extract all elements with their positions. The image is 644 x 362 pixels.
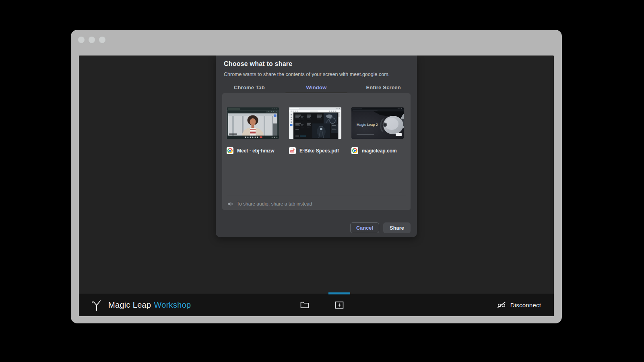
- disconnect-button[interactable]: Disconnect: [494, 294, 543, 316]
- cancel-button[interactable]: Cancel: [350, 222, 379, 233]
- folder-button[interactable]: [297, 294, 313, 316]
- window-content: Choose what to share Chrome wants to sha…: [79, 56, 554, 316]
- window-control-dot[interactable]: [89, 37, 95, 43]
- disconnect-goggles-icon: [497, 300, 506, 310]
- window-option-magicleap[interactable]: Magic Leap 2 magicleap.com: [351, 107, 404, 154]
- pdf-favicon: PDF: [289, 147, 296, 154]
- window-option-caption: Meet - ebj-hmzw: [227, 147, 279, 154]
- window-option-caption: PDF E-Bike Specs.pdf: [289, 147, 341, 154]
- brand-title: Magic LeapWorkshop: [108, 300, 191, 310]
- window-picker-panel: Meet - ebj-hmzw: [222, 93, 411, 210]
- brand-secondary: Workshop: [154, 300, 191, 309]
- tab-chrome-tab[interactable]: Chrome Tab: [216, 81, 283, 93]
- audio-note-text: To share audio, share a tab instead: [237, 201, 312, 207]
- brand-lockup: Magic LeapWorkshop: [91, 294, 191, 316]
- add-window-button[interactable]: [331, 294, 347, 316]
- magicleap-window-thumbnail[interactable]: Magic Leap 2: [351, 107, 404, 139]
- pdf-window-thumbnail[interactable]: [289, 107, 341, 139]
- app-window: Choose what to share Chrome wants to sha…: [71, 30, 562, 323]
- window-option-meet[interactable]: Meet - ebj-hmzw: [227, 107, 279, 154]
- pdf-thumbnail-art: [289, 107, 341, 139]
- meet-thumbnail-art: [227, 107, 279, 139]
- chrome-favicon: [227, 147, 233, 154]
- desktop-background: Choose what to share Chrome wants to sha…: [0, 0, 644, 362]
- chrome-favicon: [351, 147, 358, 154]
- share-dialog: Choose what to share Chrome wants to sha…: [216, 56, 417, 237]
- audio-note: To share audio, share a tab instead: [227, 199, 312, 209]
- window-option-label: E-Bike Specs.pdf: [299, 148, 339, 154]
- dialog-title: Choose what to share: [224, 60, 292, 68]
- magicleap-thumbnail-art: Magic Leap 2: [351, 107, 404, 139]
- panel-divider: [227, 196, 406, 196]
- tab-entire-screen[interactable]: Entire Screen: [350, 81, 417, 93]
- share-button[interactable]: Share: [383, 222, 411, 233]
- bottom-app-bar: Magic LeapWorkshop: [79, 294, 554, 316]
- window-option-label: Meet - ebj-hmzw: [237, 148, 275, 154]
- window-control-dot[interactable]: [99, 37, 105, 43]
- folder-icon: [300, 301, 310, 309]
- window-option-pdf[interactable]: PDF E-Bike Specs.pdf: [289, 107, 341, 154]
- svg-text:PDF: PDF: [290, 150, 294, 152]
- window-titlebar: [71, 30, 562, 56]
- window-option-label: magicleap.com: [362, 148, 397, 154]
- window-control-dot[interactable]: [78, 37, 85, 43]
- dialog-actions: Cancel Share: [350, 222, 411, 233]
- magic-leap-logo: [91, 298, 102, 312]
- disconnect-label: Disconnect: [510, 302, 541, 309]
- brand-primary: Magic Leap: [108, 300, 151, 309]
- speaker-icon: [227, 201, 233, 207]
- dialog-tabs: Chrome Tab Window Entire Screen: [216, 81, 417, 93]
- dialog-subtitle: Chrome wants to share the contents of yo…: [224, 72, 390, 77]
- pdf-file-glyph: PDF: [290, 148, 295, 154]
- add-window-icon: [334, 301, 344, 309]
- meet-window-thumbnail[interactable]: [227, 107, 279, 139]
- window-option-caption: magicleap.com: [351, 147, 404, 154]
- svg-text:Magic Leap 2: Magic Leap 2: [357, 123, 378, 127]
- tab-window[interactable]: Window: [283, 81, 350, 93]
